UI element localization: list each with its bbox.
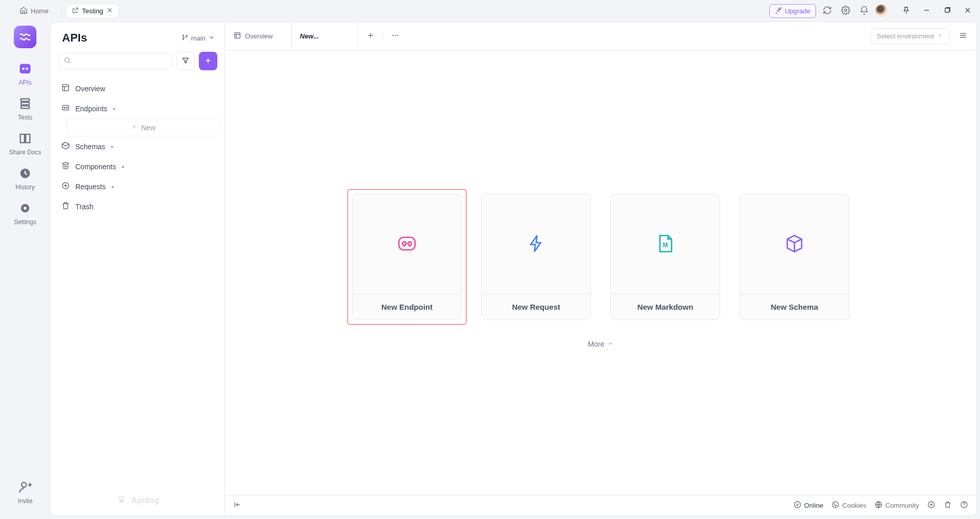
footer-trash-button[interactable] [944,501,952,510]
nav-tests[interactable]: Tests [18,96,32,121]
caret-icon: ▸ [112,184,114,189]
status-community-label: Community [885,502,919,509]
status-online[interactable]: Online [793,501,824,510]
close-tab-icon[interactable] [106,7,113,15]
filter-button[interactable] [176,52,195,70]
footer-help-button[interactable] [960,501,968,510]
trash-icon [61,201,70,212]
more-button[interactable]: More [225,340,976,348]
nav-settings[interactable]: Settings [14,201,36,226]
branch-picker[interactable]: main [181,34,215,43]
svg-point-19 [64,107,65,108]
tab-menu-button[interactable] [383,31,407,42]
tree-requests[interactable]: Requests ▸ [56,176,219,196]
svg-text:M: M [663,242,668,249]
nav-rail: APIs Tests Share Docs History Settings I… [0,22,50,519]
plus-icon [366,31,375,41]
collapse-sidebar-button[interactable] [233,501,241,510]
cookie-icon [831,501,840,510]
nav-apis[interactable]: APIs [18,62,32,86]
maximize-icon [943,6,951,16]
environment-select[interactable]: Select environment [870,28,950,44]
search-input-wrapper[interactable] [58,53,172,69]
card-new-markdown-label: New Markdown [611,294,720,320]
svg-point-38 [835,505,835,506]
refresh-button[interactable] [820,4,834,18]
tab-overview[interactable]: Overview [225,22,292,50]
home-tab[interactable]: Home [14,3,54,19]
nav-share-docs[interactable]: Share Docs [9,131,42,156]
environment-select-label: Select environment [877,32,934,40]
pin-icon [902,6,910,16]
minimize-button[interactable] [920,4,934,18]
card-new-request[interactable]: New Request [481,194,591,320]
status-community[interactable]: Community [874,501,919,510]
tab-overview-label: Overview [245,32,273,40]
card-new-markdown[interactable]: M New Markdown [610,194,720,320]
brand-paw-icon [116,494,127,507]
close-window-button[interactable] [961,4,975,18]
tree-components-label: Components [75,163,116,171]
settings-button[interactable] [839,4,853,18]
more-label: More [588,340,604,348]
nav-settings-label: Settings [14,218,36,226]
card-new-endpoint-label: New Endpoint [353,294,461,320]
tab-new[interactable]: New... [292,22,358,50]
pin-button[interactable] [899,4,913,18]
maximize-button[interactable] [940,4,954,18]
card-frame: New Request [477,189,596,325]
project-tab[interactable]: Testing [66,4,119,18]
main-tabs: Overview New... Select environment [225,22,976,51]
card-new-endpoint[interactable]: New Endpoint [352,194,462,320]
tree-overview[interactable]: Overview [56,78,219,98]
svg-point-13 [182,35,183,36]
home-icon [19,6,28,16]
tree-trash[interactable]: Trash [56,196,219,216]
card-new-schema[interactable]: New Schema [740,194,849,320]
status-cookies[interactable]: Cookies [831,501,866,510]
add-button[interactable] [199,52,217,70]
minimize-icon [923,6,931,16]
panel-toggle-button[interactable] [956,29,970,44]
nav-history[interactable]: History [15,166,34,191]
svg-point-29 [397,35,398,36]
tab-divider [60,6,61,15]
tree-endpoints-label: Endpoints [75,105,107,113]
svg-point-22 [118,497,120,499]
tests-icon [18,96,32,111]
footer-add-button[interactable] [927,501,935,510]
plus-icon [204,56,212,66]
notifications-button[interactable] [857,4,871,18]
app-logo[interactable] [14,26,36,48]
svg-point-5 [26,68,28,70]
svg-point-0 [779,9,780,9]
help-icon [960,501,968,510]
search-input[interactable] [74,57,167,66]
user-avatar[interactable] [875,5,888,17]
tree-overview-label: Overview [75,85,105,93]
chevron-down-icon [937,32,943,40]
sidebar-tree: Overview Endpoints ▸ New Schemas ▸ [51,76,224,218]
svg-point-25 [119,499,124,503]
new-tab-button[interactable] [358,31,383,41]
nav-apis-label: APIs [18,79,31,86]
svg-rect-7 [21,103,29,105]
card-frame: New Schema [735,189,854,325]
tree-schemas-label: Schemas [75,143,105,151]
tree-new-placeholder[interactable]: New [67,118,219,136]
svg-point-20 [66,107,67,108]
upgrade-button[interactable]: Upgrade [769,4,816,18]
nav-invite[interactable]: Invite [18,480,33,505]
tree-new-label: New [141,124,155,132]
overview-tab-icon [233,31,241,41]
refresh-icon [823,6,832,16]
bell-icon [860,6,869,16]
svg-point-15 [186,35,187,36]
tree-endpoints[interactable]: Endpoints ▸ [56,98,219,118]
components-icon [61,161,70,172]
upgrade-label: Upgrade [785,7,810,15]
tree-schemas[interactable]: Schemas ▸ [56,136,219,156]
settings-nav-icon [18,201,32,215]
branch-icon [181,34,189,43]
tree-components[interactable]: Components ▸ [56,156,219,176]
